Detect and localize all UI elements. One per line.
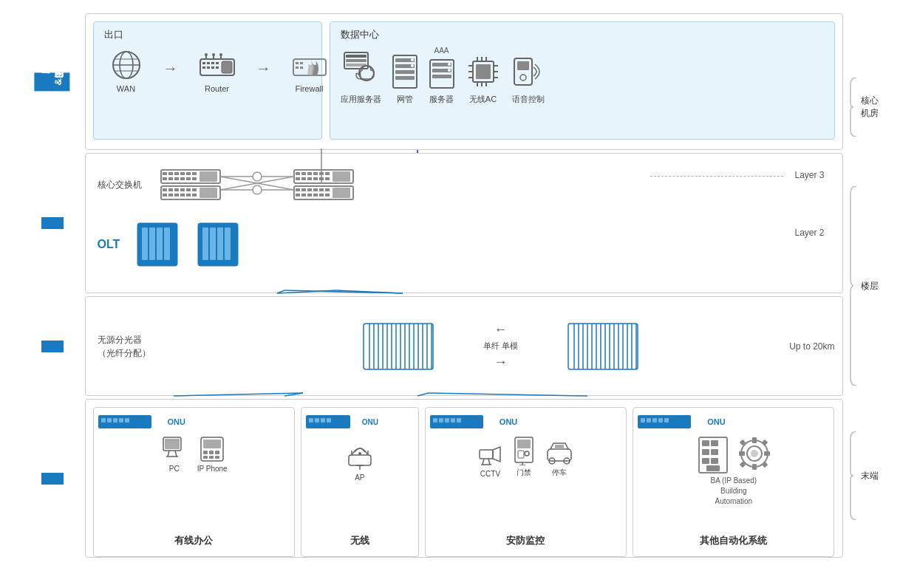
svg-rect-98 bbox=[186, 188, 191, 191]
firewall-icon bbox=[292, 49, 327, 81]
app-server-item: 应用服务器 bbox=[341, 51, 381, 105]
aaa-top-label: AAA bbox=[434, 46, 449, 55]
layer3-label: 汇聚层 bbox=[41, 341, 64, 352]
building-panel-item bbox=[696, 436, 730, 474]
brace-top bbox=[849, 78, 858, 137]
svg-rect-41 bbox=[432, 75, 451, 78]
svg-rect-71 bbox=[180, 177, 185, 180]
svg-rect-169 bbox=[119, 418, 123, 423]
ap-item: AP bbox=[341, 439, 378, 482]
svg-rect-218 bbox=[647, 418, 651, 423]
svg-rect-94 bbox=[163, 188, 167, 191]
layer3-dashed-line bbox=[650, 176, 783, 177]
svg-rect-219 bbox=[652, 418, 657, 423]
svg-rect-23 bbox=[300, 62, 303, 64]
wired-icons: PC bbox=[160, 436, 228, 473]
wireless-group: ONU bbox=[301, 407, 419, 557]
svg-rect-80 bbox=[319, 172, 324, 175]
access-control-item: 门禁 bbox=[512, 436, 536, 478]
svg-rect-224 bbox=[711, 440, 718, 446]
svg-point-208 bbox=[525, 451, 529, 456]
svg-rect-10 bbox=[202, 66, 205, 69]
svg-rect-82 bbox=[296, 177, 300, 180]
svg-rect-182 bbox=[209, 456, 214, 459]
security-group: ONU CCTV bbox=[425, 407, 627, 557]
layer2-label: 网络核心层 bbox=[41, 217, 64, 229]
parking-item: 停车 bbox=[545, 439, 574, 478]
svg-rect-115 bbox=[325, 188, 330, 191]
ap-icon bbox=[341, 439, 378, 471]
onu-bar-1-icon bbox=[98, 414, 165, 430]
router-icon bbox=[199, 53, 236, 81]
svg-rect-116 bbox=[296, 194, 300, 196]
svg-rect-196 bbox=[433, 418, 437, 423]
svg-rect-177 bbox=[203, 440, 221, 448]
splitter-2 bbox=[562, 321, 644, 372]
svg-rect-187 bbox=[321, 418, 325, 423]
svg-rect-229 bbox=[706, 465, 720, 471]
wired-office-title: 有线办公 bbox=[174, 530, 213, 550]
layer4-content: ONU PC bbox=[86, 400, 842, 557]
upto-label: Up to 20km bbox=[789, 341, 834, 352]
svg-rect-106 bbox=[200, 188, 217, 198]
access-control-label: 门禁 bbox=[517, 468, 531, 478]
svg-rect-236 bbox=[762, 440, 768, 445]
voice-control-item: 语音控制 bbox=[511, 54, 545, 105]
datacenter-box: 数据中心 bbox=[330, 21, 835, 140]
single-fiber-label: 单纤 单模 bbox=[483, 341, 518, 352]
arrow1: → bbox=[163, 60, 178, 77]
svg-rect-111 bbox=[301, 188, 306, 191]
arrow-right: → bbox=[494, 355, 508, 370]
svg-rect-64 bbox=[174, 172, 179, 175]
onu-bar-2-icon bbox=[306, 414, 359, 430]
svg-rect-225 bbox=[702, 449, 709, 455]
svg-rect-96 bbox=[174, 188, 179, 191]
svg-rect-201 bbox=[480, 450, 493, 459]
right-core-label: 核心机房 bbox=[861, 95, 879, 120]
svg-rect-168 bbox=[113, 418, 117, 423]
brace-mid bbox=[849, 186, 858, 386]
single-fiber-arrows: ← 单纤 单模 → bbox=[483, 322, 518, 370]
svg-rect-97 bbox=[180, 188, 185, 191]
svg-rect-166 bbox=[101, 418, 106, 423]
right-floor-label-group: 楼层 bbox=[849, 215, 895, 358]
svg-rect-45 bbox=[476, 64, 491, 79]
onu-bar-3-container: ONU bbox=[430, 414, 621, 430]
right-terminal-label-group: 末端 bbox=[849, 397, 895, 555]
svg-rect-124 bbox=[142, 228, 148, 260]
svg-rect-11 bbox=[207, 66, 210, 69]
svg-rect-197 bbox=[439, 418, 443, 423]
pc-label: PC bbox=[169, 465, 180, 473]
svg-rect-81 bbox=[325, 172, 330, 175]
svg-rect-73 bbox=[192, 177, 197, 180]
parking-label: 停车 bbox=[552, 468, 567, 478]
svg-rect-65 bbox=[180, 172, 185, 175]
aaa-server-icon bbox=[429, 58, 455, 91]
svg-rect-99 bbox=[192, 188, 197, 191]
svg-rect-86 bbox=[319, 177, 324, 180]
svg-rect-127 bbox=[164, 228, 170, 260]
onu-bar-2-container: ONU bbox=[306, 414, 414, 430]
svg-rect-101 bbox=[168, 194, 173, 196]
svg-rect-232 bbox=[752, 437, 757, 443]
right-terminal-label: 末端 bbox=[861, 470, 879, 482]
svg-rect-62 bbox=[163, 172, 167, 175]
building-panel-icon bbox=[696, 436, 730, 474]
ip-phone-item: IP Phone bbox=[197, 436, 228, 473]
svg-rect-112 bbox=[307, 188, 312, 191]
ap-label: AP bbox=[355, 474, 364, 482]
layer3-content: 无源分光器 （光纤分配） bbox=[86, 297, 842, 395]
router-icon-item: Router bbox=[199, 53, 236, 93]
layer1-row: 出口 WAN bbox=[85, 13, 843, 150]
svg-rect-113 bbox=[313, 188, 318, 191]
exit-box: 出口 WAN bbox=[93, 21, 322, 140]
svg-point-60 bbox=[520, 75, 526, 81]
security-icons: CCTV 门禁 bbox=[477, 436, 574, 478]
layer3-tag: Layer 3 bbox=[794, 170, 824, 180]
layer2-tag: Layer 2 bbox=[794, 228, 824, 238]
svg-rect-217 bbox=[641, 418, 645, 423]
svg-point-42 bbox=[448, 63, 451, 66]
pc-item: PC bbox=[160, 436, 188, 473]
svg-point-36 bbox=[411, 58, 414, 61]
svg-rect-6 bbox=[202, 62, 205, 64]
